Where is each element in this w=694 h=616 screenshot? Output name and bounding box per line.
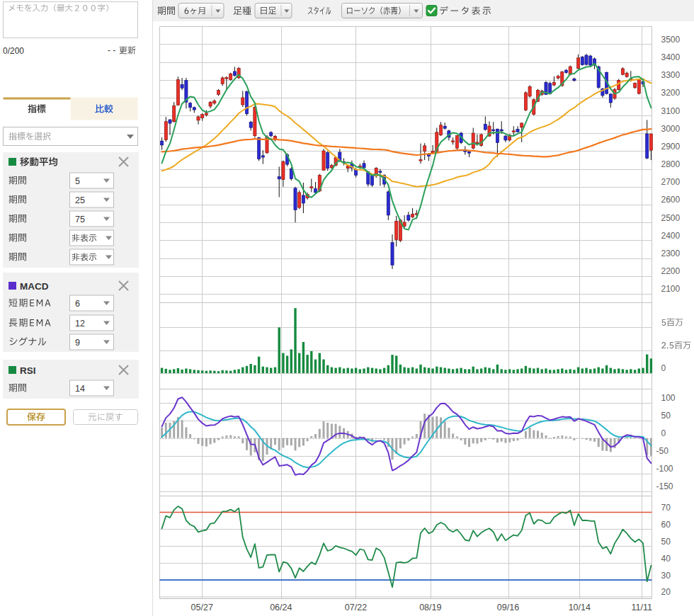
- svg-text:20: 20: [661, 587, 671, 597]
- svg-text:50: 50: [661, 411, 671, 421]
- svg-text:25: 25: [75, 195, 85, 205]
- svg-text:2500: 2500: [661, 213, 681, 223]
- svg-text:2300: 2300: [661, 249, 681, 258]
- svg-text:2800: 2800: [661, 159, 681, 169]
- svg-text:- -: - -: [108, 45, 115, 55]
- svg-text:0/200: 0/200: [3, 46, 24, 56]
- svg-text:3400: 3400: [661, 52, 681, 62]
- svg-text:9: 9: [75, 338, 80, 348]
- svg-text:2200: 2200: [661, 266, 681, 276]
- svg-text:30: 30: [661, 571, 671, 581]
- svg-text:3100: 3100: [661, 106, 681, 116]
- svg-text:100: 100: [661, 393, 676, 403]
- svg-text:06/24: 06/24: [270, 603, 292, 612]
- svg-text:2700: 2700: [661, 177, 681, 187]
- svg-text:70: 70: [661, 503, 671, 513]
- svg-text:MACD: MACD: [20, 281, 49, 292]
- svg-text:5: 5: [75, 176, 80, 186]
- svg-text:3300: 3300: [661, 70, 681, 80]
- svg-text:0: 0: [661, 428, 666, 438]
- svg-text:3200: 3200: [661, 88, 681, 98]
- svg-text:2100: 2100: [661, 284, 681, 294]
- svg-text:2400: 2400: [661, 231, 681, 241]
- svg-text:11/11: 11/11: [632, 603, 652, 612]
- svg-text:07/22: 07/22: [345, 603, 367, 612]
- svg-text:60: 60: [661, 520, 671, 530]
- svg-text:12: 12: [75, 319, 85, 329]
- svg-text:3500: 3500: [661, 35, 681, 45]
- svg-text:0: 0: [661, 363, 666, 373]
- svg-text:6: 6: [75, 299, 80, 309]
- svg-text:09/16: 09/16: [497, 603, 519, 612]
- svg-text:3000: 3000: [661, 124, 681, 134]
- svg-text:05/27: 05/27: [191, 603, 213, 612]
- svg-text:RSI: RSI: [20, 365, 36, 376]
- svg-text:2900: 2900: [661, 142, 681, 152]
- svg-text:08/19: 08/19: [419, 603, 441, 612]
- svg-text:-150: -150: [656, 481, 673, 491]
- svg-text:75: 75: [75, 215, 85, 224]
- svg-text:14: 14: [75, 384, 85, 394]
- svg-text:-50: -50: [656, 446, 669, 456]
- svg-text:-100: -100: [656, 464, 673, 474]
- svg-text:10/14: 10/14: [569, 603, 591, 612]
- svg-text:40: 40: [661, 554, 671, 564]
- svg-text:2600: 2600: [661, 195, 681, 205]
- svg-text:50: 50: [661, 537, 671, 547]
